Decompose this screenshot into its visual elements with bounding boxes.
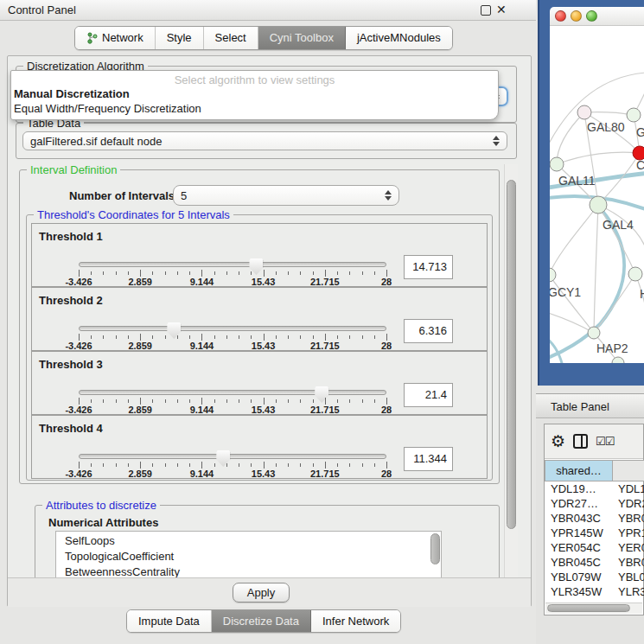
tick-mark	[300, 335, 301, 339]
tab-infer-network[interactable]: Infer Network	[311, 610, 400, 632]
tab-cyni-toolbox[interactable]: Cyni Toolbox	[258, 27, 346, 49]
table-panel-body: ⚙ ☑☑ shared… na YDL19…YDL1 YDR27…YDR2 YB…	[536, 419, 644, 644]
table-row[interactable]: YPR145WYPR1	[545, 526, 644, 540]
tick-mark	[325, 462, 326, 469]
network-canvas[interactable]: GAL80 GA C GAL11 GAL4 GCY1 H HAP2	[550, 26, 644, 363]
tick-mark	[140, 270, 141, 277]
list-item-topologicalcoefficient[interactable]: TopologicalCoefficient	[56, 549, 441, 564]
table-row[interactable]: YBL079WYBL0	[545, 570, 644, 584]
tick-label: 15.43	[252, 277, 276, 287]
tick-mark	[165, 463, 166, 467]
tick-mark	[300, 399, 301, 403]
tab-impute-data[interactable]: Impute Data	[127, 610, 212, 632]
select-columns-icon[interactable]: ☑☑	[596, 435, 614, 448]
tick-label: 9.144	[190, 469, 214, 479]
num-intervals-spinner[interactable]: 5	[173, 185, 399, 206]
apply-button[interactable]: Apply	[233, 583, 290, 603]
column-header-name[interactable]: na	[613, 460, 644, 481]
node-partial-top-right[interactable]	[627, 108, 641, 122]
threshold-2-slider-track[interactable]	[79, 326, 386, 331]
tick-mark	[362, 463, 363, 467]
tick-mark	[251, 335, 252, 339]
threshold-4-slider-track[interactable]	[79, 454, 386, 459]
tick-mark	[386, 334, 387, 341]
node-label-partial-c: C	[636, 158, 644, 172]
bottom-tab-strip: Impute Data Discretize Data Infer Networ…	[126, 609, 401, 633]
node-partial-bottom[interactable]	[612, 357, 624, 363]
tick-mark	[201, 462, 202, 469]
tick-mark	[349, 463, 350, 467]
node-gal11[interactable]	[550, 157, 564, 171]
threshold-2-value-field[interactable]: 6.316	[404, 319, 453, 343]
tick-label: -3.426	[65, 277, 92, 287]
tick-mark	[214, 463, 215, 467]
threshold-1-slider-track[interactable]	[79, 262, 386, 267]
tick-mark	[300, 463, 301, 467]
tick-mark	[214, 399, 215, 403]
node-partial-right[interactable]	[628, 267, 642, 281]
tab-jactivemnodules[interactable]: jActiveMNodules	[346, 27, 452, 49]
close-traffic-light-icon[interactable]	[555, 10, 566, 22]
threshold-4-label: Threshold 4	[39, 422, 103, 435]
column-header-shared-name[interactable]: shared…	[545, 460, 613, 481]
dropdown-item-equal-width[interactable]: Equal Width/Frequency Discretization	[11, 101, 498, 116]
tick-mark	[116, 335, 117, 339]
table-data-combobox[interactable]: galFiltered.sif default node	[22, 131, 507, 150]
tick-mark	[140, 334, 141, 341]
minimize-traffic-light-icon[interactable]	[571, 10, 582, 22]
slider-tick-labels: -3.4262.8599.14415.4321.71528	[79, 341, 386, 351]
list-item-selfloops[interactable]: SelfLoops	[56, 533, 441, 549]
list-scrollbar-thumb[interactable]	[430, 533, 440, 564]
numerical-attributes-list[interactable]: SelfLoops TopologicalCoefficient Between…	[55, 531, 442, 579]
tab-style[interactable]: Style	[156, 27, 204, 49]
node-gal4[interactable]	[590, 196, 607, 214]
tab-network[interactable]: Network	[75, 27, 156, 49]
threshold-2-label: Threshold 2	[39, 294, 103, 307]
horizontal-scrollbar-thumb[interactable]	[547, 604, 630, 612]
float-window-icon[interactable]	[481, 5, 491, 16]
gear-icon[interactable]: ⚙	[551, 433, 565, 450]
node-hap2[interactable]	[588, 327, 600, 339]
settings-vertical-scrollbar[interactable]	[504, 164, 518, 606]
interval-definition-title: Interval Definition	[27, 163, 120, 176]
table-row[interactable]: YLR345WYLR3	[545, 584, 644, 599]
num-intervals-label: Number of Intervals	[69, 189, 175, 202]
close-icon[interactable]: ✕	[496, 3, 507, 16]
table-row[interactable]: YER054CYER0	[545, 540, 644, 555]
tick-mark	[288, 271, 289, 275]
column-layout-icon[interactable]	[573, 434, 588, 449]
tick-mark	[362, 335, 363, 339]
tick-mark	[349, 335, 350, 339]
node-gcy1[interactable]	[550, 268, 556, 282]
tick-mark	[264, 270, 265, 277]
table-row[interactable]: YDL19…YDL1	[545, 481, 644, 496]
tick-mark	[189, 335, 190, 339]
threshold-3-value-field[interactable]: 21.4	[404, 383, 453, 407]
vertical-scrollbar-thumb[interactable]	[507, 180, 516, 529]
zoom-traffic-light-icon[interactable]	[586, 10, 597, 22]
tick-label: 21.715	[310, 277, 340, 287]
table-horizontal-scrollbar[interactable]	[545, 603, 642, 614]
table-row[interactable]: YBR043CYBR0	[545, 511, 644, 526]
tick-mark	[214, 271, 215, 275]
tab-select[interactable]: Select	[204, 27, 258, 49]
table-row[interactable]: YDR27…YDR2	[545, 496, 644, 511]
spinner-arrows	[385, 189, 392, 201]
top-tab-strip: Network Style Select Cyni Toolbox jActiv…	[74, 26, 453, 50]
tick-mark	[374, 335, 375, 339]
table-row[interactable]: YBR045CYBR0	[545, 555, 644, 570]
threshold-3-slider-track[interactable]	[79, 390, 386, 395]
dropdown-item-manual-discretization[interactable]: Manual Discretization	[11, 86, 498, 101]
threshold-4-value-field[interactable]: 11.344	[404, 447, 453, 471]
tick-mark	[325, 270, 326, 277]
tick-label: -3.426	[65, 405, 92, 415]
tick-mark	[288, 335, 289, 339]
node-gal80[interactable]	[577, 105, 591, 119]
tick-label: 21.715	[310, 341, 340, 351]
tick-mark	[276, 335, 277, 339]
tick-mark	[128, 463, 129, 467]
tick-mark	[79, 334, 80, 341]
tab-discretize-data[interactable]: Discretize Data	[212, 610, 311, 632]
threshold-1-value-field[interactable]: 14.713	[404, 255, 453, 279]
table-toolbar: ⚙ ☑☑	[545, 424, 643, 459]
